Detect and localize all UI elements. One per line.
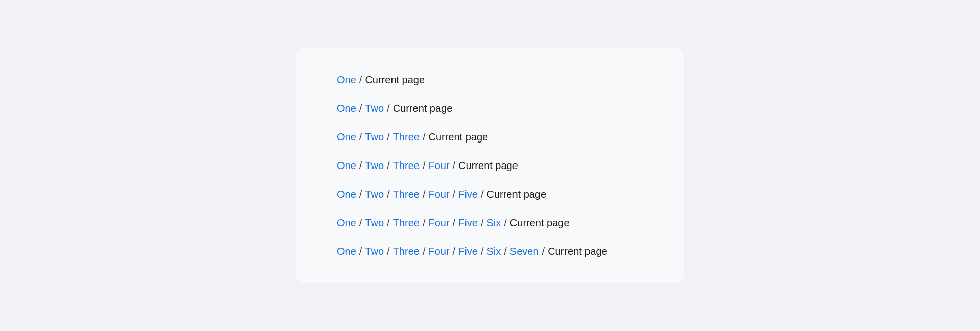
breadcrumb-current-row1: Current page	[365, 73, 425, 87]
breadcrumb-link-four-row6[interactable]: Four	[428, 216, 449, 230]
breadcrumbs-container: One / Current pageOne / Two / Current pa…	[296, 48, 684, 283]
breadcrumb-row-4: One / Two / Three / Four / Current page	[337, 158, 643, 173]
breadcrumb-link-five-row6[interactable]: Five	[458, 216, 478, 230]
breadcrumb-current-row3: Current page	[428, 130, 488, 144]
breadcrumb-separator: /	[453, 216, 456, 230]
breadcrumb-separator: /	[359, 101, 362, 115]
breadcrumb-row-1: One / Current page	[337, 73, 643, 87]
breadcrumb-row-3: One / Two / Three / Current page	[337, 130, 643, 144]
breadcrumb-separator: /	[453, 244, 456, 258]
breadcrumb-link-three-row5[interactable]: Three	[393, 187, 420, 201]
breadcrumb-separator: /	[423, 216, 426, 230]
breadcrumb-separator: /	[481, 187, 484, 201]
breadcrumb-link-three-row4[interactable]: Three	[393, 158, 420, 173]
breadcrumb-separator: /	[387, 187, 390, 201]
breadcrumb-link-four-row4[interactable]: Four	[428, 158, 449, 173]
breadcrumb-separator: /	[359, 216, 362, 230]
breadcrumb-current-row5: Current page	[486, 187, 546, 201]
breadcrumb-link-four-row5[interactable]: Four	[428, 187, 449, 201]
breadcrumb-separator: /	[359, 244, 362, 258]
breadcrumb-separator: /	[359, 158, 362, 173]
breadcrumb-row-5: One / Two / Three / Four / Five / Curren…	[337, 187, 643, 201]
breadcrumb-separator: /	[359, 73, 362, 87]
breadcrumb-link-one-row6[interactable]: One	[337, 216, 356, 230]
breadcrumb-separator: /	[504, 244, 507, 258]
breadcrumb-link-two-row2[interactable]: Two	[365, 101, 384, 115]
breadcrumb-link-three-row3[interactable]: Three	[393, 130, 420, 144]
breadcrumb-current-row4: Current page	[458, 158, 518, 173]
breadcrumb-link-five-row5[interactable]: Five	[458, 187, 478, 201]
breadcrumb-link-six-row6[interactable]: Six	[486, 216, 501, 230]
breadcrumb-row-7: One / Two / Three / Four / Five / Six / …	[337, 244, 643, 258]
breadcrumb-link-three-row6[interactable]: Three	[393, 216, 420, 230]
breadcrumb-link-two-row4[interactable]: Two	[365, 158, 384, 173]
breadcrumb-separator: /	[387, 130, 390, 144]
breadcrumb-link-five-row7[interactable]: Five	[458, 244, 478, 258]
breadcrumb-separator: /	[387, 158, 390, 173]
breadcrumb-link-one-row2[interactable]: One	[337, 101, 356, 115]
breadcrumb-row-2: One / Two / Current page	[337, 101, 643, 115]
breadcrumb-link-seven-row7[interactable]: Seven	[510, 244, 539, 258]
breadcrumb-separator: /	[423, 187, 426, 201]
breadcrumb-separator: /	[504, 216, 507, 230]
breadcrumb-separator: /	[423, 130, 426, 144]
breadcrumb-current-row6: Current page	[510, 216, 570, 230]
breadcrumb-row-6: One / Two / Three / Four / Five / Six / …	[337, 216, 643, 230]
breadcrumb-separator: /	[387, 216, 390, 230]
breadcrumb-link-three-row7[interactable]: Three	[393, 244, 420, 258]
breadcrumb-separator: /	[359, 130, 362, 144]
breadcrumb-link-one-row5[interactable]: One	[337, 187, 356, 201]
breadcrumb-current-row7: Current page	[548, 244, 607, 258]
breadcrumb-link-six-row7[interactable]: Six	[486, 244, 501, 258]
breadcrumb-link-two-row6[interactable]: Two	[365, 216, 384, 230]
breadcrumb-link-two-row3[interactable]: Two	[365, 130, 384, 144]
breadcrumb-separator: /	[453, 158, 456, 173]
breadcrumb-separator: /	[453, 187, 456, 201]
breadcrumb-link-one-row7[interactable]: One	[337, 244, 356, 258]
breadcrumb-separator: /	[423, 158, 426, 173]
breadcrumb-current-row2: Current page	[393, 101, 453, 115]
breadcrumb-separator: /	[542, 244, 545, 258]
breadcrumb-separator: /	[481, 244, 484, 258]
breadcrumb-link-four-row7[interactable]: Four	[428, 244, 449, 258]
breadcrumb-separator: /	[481, 216, 484, 230]
breadcrumb-separator: /	[423, 244, 426, 258]
breadcrumb-link-two-row7[interactable]: Two	[365, 244, 384, 258]
breadcrumb-link-one-row1[interactable]: One	[337, 73, 356, 87]
breadcrumb-link-one-row4[interactable]: One	[337, 158, 356, 173]
breadcrumb-link-two-row5[interactable]: Two	[365, 187, 384, 201]
breadcrumb-separator: /	[359, 187, 362, 201]
breadcrumb-separator: /	[387, 244, 390, 258]
breadcrumb-separator: /	[387, 101, 390, 115]
breadcrumb-link-one-row3[interactable]: One	[337, 130, 356, 144]
